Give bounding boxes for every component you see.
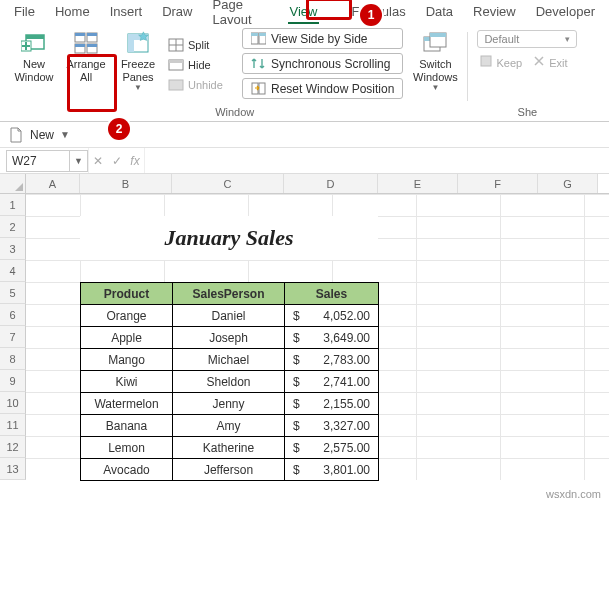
enter-icon: ✓ [112, 154, 122, 168]
synchronous-scrolling-button[interactable]: Synchronous Scrolling [242, 53, 403, 74]
col-header-c[interactable]: C [172, 174, 284, 193]
ribbon-tabs: File Home Insert Draw Page Layout View F… [0, 0, 609, 24]
group-window: New Window Arrange All Freeze Panes ▼ [6, 26, 463, 121]
reset-position-label: Reset Window Position [271, 82, 394, 96]
tab-home[interactable]: Home [45, 1, 100, 23]
svg-rect-11 [75, 44, 85, 47]
split-icon [168, 37, 184, 53]
sync-scroll-icon [251, 56, 266, 71]
view-side-by-side-button[interactable]: View Side by Side [242, 28, 403, 49]
col-header-b[interactable]: B [80, 174, 172, 193]
formula-bar-input[interactable] [144, 148, 609, 173]
hide-icon [168, 57, 184, 73]
group-she-label: She [518, 104, 538, 121]
row-header[interactable]: 1 [0, 194, 26, 216]
unhide-button: Unhide [166, 76, 234, 94]
side-by-side-label: View Side by Side [271, 32, 368, 46]
table-row: AvocadoJefferson$3,801.00 [81, 459, 379, 481]
header-salesperson: SalesPerson [173, 283, 285, 305]
tab-insert[interactable]: Insert [100, 1, 153, 23]
row-header[interactable]: 12 [0, 436, 26, 458]
chevron-down-icon[interactable]: ▼ [60, 129, 70, 140]
freeze-panes-button[interactable]: Freeze Panes ▼ [114, 26, 162, 104]
svg-rect-31 [430, 33, 446, 37]
group-sheet-view: Default Keep Exit She [472, 26, 582, 121]
table-row: OrangeDaniel$4,052.00 [81, 305, 379, 327]
reset-window-position-button[interactable]: Reset Window Position [242, 78, 403, 99]
row-header[interactable]: 7 [0, 326, 26, 348]
switch-windows-button[interactable]: Switch Windows ▼ [411, 26, 459, 104]
freeze-panes-icon [125, 30, 151, 56]
tab-view[interactable]: View [280, 1, 328, 23]
chevron-down-icon: ▼ [431, 83, 439, 92]
reset-position-icon [251, 81, 266, 96]
row-header[interactable]: 2 [0, 216, 26, 238]
select-all-corner[interactable] [0, 174, 26, 193]
col-header-e[interactable]: E [378, 174, 458, 193]
row-header[interactable]: 13 [0, 458, 26, 480]
row-header[interactable]: 8 [0, 348, 26, 370]
freeze-panes-label: Freeze Panes [121, 58, 155, 83]
new-label[interactable]: New [30, 128, 54, 142]
exit-icon [532, 54, 546, 68]
table-row: KiwiSheldon$2,741.00 [81, 371, 379, 393]
tab-draw[interactable]: Draw [152, 1, 202, 23]
table-row: WatermelonJenny$2,155.00 [81, 393, 379, 415]
cancel-icon: ✕ [93, 154, 103, 168]
svg-rect-24 [251, 33, 258, 36]
row-headers: 1 2 3 4 5 6 7 8 9 10 11 12 13 [0, 194, 26, 480]
data-table: Product SalesPerson Sales OrangeDaniel$4… [80, 282, 379, 481]
table-row: MangoMichael$2,783.00 [81, 349, 379, 371]
table-row: LemonKatherine$2,575.00 [81, 437, 379, 459]
tab-review[interactable]: Review [463, 1, 526, 23]
new-window-button[interactable]: New Window [10, 26, 58, 104]
name-box[interactable]: W27 [6, 150, 70, 172]
keep-button: Keep [479, 54, 522, 69]
svg-rect-9 [75, 33, 85, 36]
exit-button: Exit [532, 54, 567, 69]
arrange-all-icon [73, 30, 99, 56]
table-row: BananaAmy$3,327.00 [81, 415, 379, 437]
svg-rect-25 [259, 33, 266, 36]
table-row: AppleJoseph$3,649.00 [81, 327, 379, 349]
col-header-a[interactable]: A [26, 174, 80, 193]
row-header[interactable]: 3 [0, 238, 26, 260]
tab-developer[interactable]: Developer [526, 1, 605, 23]
row-header[interactable]: 4 [0, 260, 26, 282]
svg-rect-21 [169, 80, 183, 90]
hide-button[interactable]: Hide [166, 56, 234, 74]
unhide-label: Unhide [188, 79, 223, 91]
row-header[interactable]: 10 [0, 392, 26, 414]
ribbon-view: New Window Arrange All Freeze Panes ▼ [0, 24, 609, 122]
ribbon-separator [467, 32, 468, 101]
sheet-view-dropdown[interactable]: Default [477, 30, 577, 48]
callout-badge-1: 1 [360, 4, 382, 26]
row-header[interactable]: 11 [0, 414, 26, 436]
new-file-icon[interactable] [8, 127, 24, 143]
callout-badge-2: 2 [108, 118, 130, 140]
tab-data[interactable]: Data [416, 1, 463, 23]
col-header-g[interactable]: G [538, 174, 598, 193]
fx-icon[interactable]: fx [130, 154, 139, 168]
header-product: Product [81, 283, 173, 305]
worksheet[interactable]: A B C D E F G 1 2 3 4 5 6 7 8 9 10 11 12… [0, 174, 609, 504]
column-headers: A B C D E F G [0, 174, 609, 194]
keep-icon [479, 54, 493, 68]
name-box-dropdown[interactable]: ▼ [70, 150, 88, 172]
unhide-icon [168, 77, 184, 93]
split-button[interactable]: Split [166, 36, 234, 54]
row-header[interactable]: 6 [0, 304, 26, 326]
watermark: wsxdn.com [546, 488, 601, 500]
table-header-row: Product SalesPerson Sales [81, 283, 379, 305]
arrange-all-button[interactable]: Arrange All [62, 26, 110, 104]
row-header[interactable]: 5 [0, 282, 26, 304]
hide-label: Hide [188, 59, 211, 71]
cell-area[interactable]: January Sales Product SalesPerson Sales … [26, 194, 609, 480]
tab-file[interactable]: File [4, 1, 45, 23]
header-sales: Sales [285, 283, 379, 305]
col-header-d[interactable]: D [284, 174, 378, 193]
col-header-f[interactable]: F [458, 174, 538, 193]
svg-rect-20 [169, 60, 183, 63]
formula-bar-row: W27 ▼ ✕ ✓ fx [0, 148, 609, 174]
row-header[interactable]: 9 [0, 370, 26, 392]
